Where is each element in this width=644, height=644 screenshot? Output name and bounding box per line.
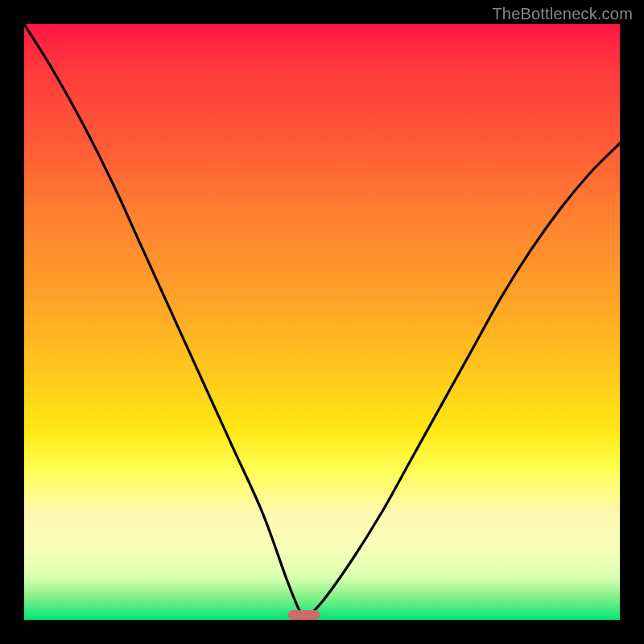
watermark-text: TheBottleneck.com [492,5,633,23]
chart-frame: TheBottleneck.com [0,0,644,644]
plot-area [24,24,620,620]
right-branch-curve [304,143,620,620]
min-marker [287,610,320,620]
left-branch-curve [24,24,304,620]
curve-layer [24,24,620,620]
